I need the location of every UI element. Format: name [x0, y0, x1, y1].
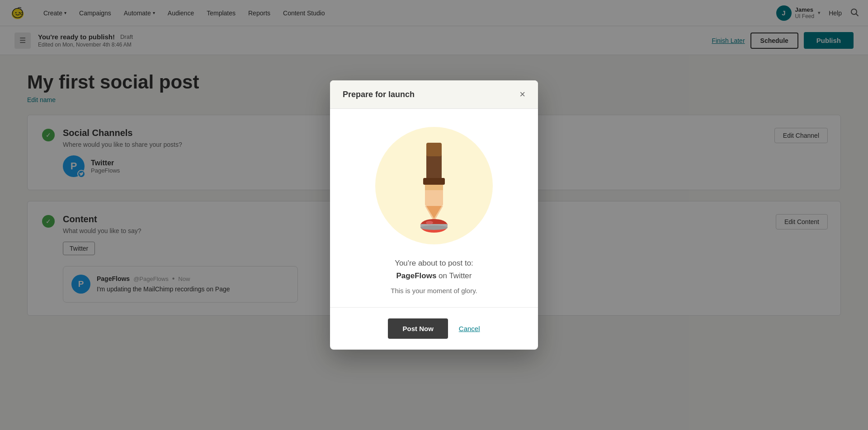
prepare-launch-modal: Prepare for launch ×: [330, 80, 538, 350]
svg-point-19: [426, 221, 433, 224]
modal-subtext: This is your moment of glory.: [343, 287, 525, 294]
modal-close-button[interactable]: ×: [519, 89, 525, 99]
svg-rect-7: [426, 143, 442, 156]
modal-title: Prepare for launch: [343, 90, 415, 99]
modal-illustration: [375, 127, 493, 244]
modal-footer: Post Now Cancel: [330, 307, 538, 350]
post-now-button[interactable]: Post Now: [388, 318, 448, 339]
modal-header: Prepare for launch ×: [330, 80, 538, 109]
svg-rect-12: [423, 178, 445, 185]
svg-point-18: [420, 225, 448, 230]
cancel-button[interactable]: Cancel: [459, 325, 480, 332]
modal-account-text: PageFlows on Twitter: [343, 271, 525, 280]
modal-account-bold: PageFlows: [396, 271, 437, 280]
modal-pre-text: You're about to post to:: [343, 259, 525, 268]
modal-overlay: Prepare for launch ×: [0, 0, 868, 430]
modal-body: You're about to post to: PageFlows on Tw…: [330, 109, 538, 307]
